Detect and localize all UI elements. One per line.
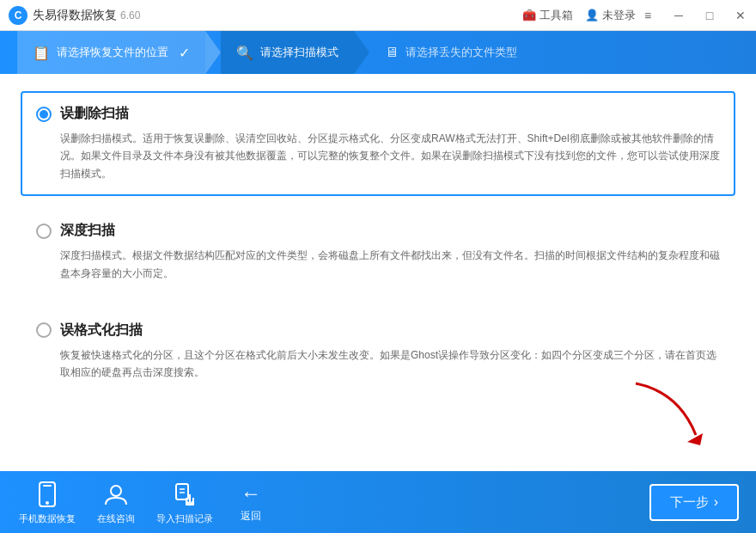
close-button[interactable]: ✕ xyxy=(725,0,756,31)
online-consult-label: 在线咨询 xyxy=(97,512,135,525)
titlebar: C 失易得数据恢复 6.60 🧰 工具箱 👤 未登录 ≡ ─ □ ✕ xyxy=(0,0,756,31)
bottombar: 手机数据恢复 在线咨询 导入扫描记录 ← 返回 xyxy=(0,471,756,533)
scan-option-deepscan[interactable]: 深度扫描 深度扫描模式。根据文件数据结构匹配对应的文件类型，会将磁盘上所有文件都… xyxy=(21,208,735,296)
return-button[interactable]: ← 返回 xyxy=(241,481,261,524)
step1-icon: 📋 xyxy=(33,45,50,61)
step2-label: 请选择扫描模式 xyxy=(260,45,338,60)
step2-icon: 🔍 xyxy=(236,45,253,61)
deepscan-title: 深度扫描 xyxy=(60,222,115,240)
next-arrow-icon: › xyxy=(714,494,718,510)
phone-recovery-label: 手机数据恢复 xyxy=(19,512,76,525)
toolbar-area: 🧰 工具箱 👤 未登录 xyxy=(522,8,636,23)
stepbar: 📋 请选择恢复文件的位置 ✓ 🔍 请选择扫描模式 🖥 请选择丢失的文件类型 xyxy=(0,31,756,74)
return-icon: ← xyxy=(241,481,261,505)
app-logo: C xyxy=(9,6,27,25)
svg-rect-5 xyxy=(176,484,188,499)
formatdelete-title: 误格式化扫描 xyxy=(60,322,143,340)
minimize-button[interactable]: ─ xyxy=(663,0,694,31)
import-icon xyxy=(170,480,199,509)
step1-label: 请选择恢复文件的位置 xyxy=(57,45,168,60)
step3-icon: 🖥 xyxy=(385,45,399,60)
consult-icon xyxy=(101,480,131,509)
maximize-button[interactable]: □ xyxy=(694,0,725,31)
radio-misdelete xyxy=(36,107,52,122)
online-consult-button[interactable]: 在线咨询 xyxy=(86,480,146,525)
phone-recovery-button[interactable]: 手机数据恢复 xyxy=(17,480,77,525)
import-scan-button[interactable]: 导入扫描记录 xyxy=(155,480,215,525)
next-label: 下一步 xyxy=(670,494,709,511)
user-icon: 👤 xyxy=(585,9,599,21)
app-version: 6.60 xyxy=(120,9,140,21)
next-step-button[interactable]: 下一步 › xyxy=(649,484,739,521)
svg-point-2 xyxy=(46,501,49,505)
return-label: 返回 xyxy=(241,509,261,524)
step3-label: 请选择丢失的文件类型 xyxy=(405,45,517,60)
toolbox-icon: 🧰 xyxy=(522,9,536,21)
step-2: 🔍 请选择扫描模式 xyxy=(221,31,354,74)
app-name: 失易得数据恢复 xyxy=(33,8,117,23)
toolbar-button[interactable]: 🧰 工具箱 xyxy=(522,8,573,23)
deepscan-desc: 深度扫描模式。根据文件数据结构匹配对应的文件类型，会将磁盘上所有文件都找出来，但… xyxy=(60,247,720,282)
step-3: 🖥 请选择丢失的文件类型 xyxy=(369,31,533,74)
phone-icon xyxy=(33,480,62,509)
step-arrow-1 xyxy=(205,31,221,74)
radio-deepscan xyxy=(36,224,52,239)
scan-option-misdelete[interactable]: 误删除扫描 误删除扫描模式。适用于恢复误删除、误清空回收站、分区提示格式化、分区… xyxy=(21,91,735,196)
svg-rect-3 xyxy=(43,485,52,487)
main-content: 误删除扫描 误删除扫描模式。适用于恢复误删除、误清空回收站、分区提示格式化、分区… xyxy=(0,74,756,471)
user-button[interactable]: 👤 未登录 xyxy=(585,8,636,23)
window-controls: ≡ ─ □ ✕ xyxy=(632,0,756,31)
scan-option-formatdelete[interactable]: 误格式化扫描 恢复被快速格式化的分区，且这个分区在格式化前后大小未发生改变。如果… xyxy=(21,308,735,395)
formatdelete-desc: 恢复被快速格式化的分区，且这个分区在格式化前后大小未发生改变。如果是Ghost误… xyxy=(60,346,720,382)
step1-check: ✓ xyxy=(179,45,190,61)
step-1: 📋 请选择恢复文件的位置 ✓ xyxy=(17,31,205,74)
menu-button[interactable]: ≡ xyxy=(632,0,663,31)
import-scan-label: 导入扫描记录 xyxy=(156,512,213,525)
misdelete-title: 误删除扫描 xyxy=(60,105,129,123)
misdelete-desc: 误删除扫描模式。适用于恢复误删除、误清空回收站、分区提示格式化、分区变成RAW格… xyxy=(60,130,720,182)
step-arrow-2 xyxy=(354,31,369,74)
svg-point-4 xyxy=(111,486,121,496)
radio-formatdelete xyxy=(36,322,52,338)
